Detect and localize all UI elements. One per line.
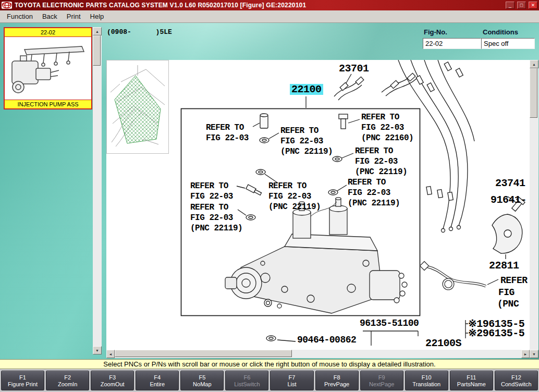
refer-annotation-2: REFER TOFIG 22-03(PNC 22119) bbox=[280, 126, 333, 157]
fkey-f2[interactable]: F2ZoomIn bbox=[46, 371, 89, 390]
close-icon: ✕ bbox=[531, 3, 535, 8]
thumbnail-card[interactable]: 22-02 INJECTION PUMP AS bbox=[4, 27, 92, 109]
part-label-90464-00862[interactable]: 90464-00862 bbox=[297, 335, 356, 345]
menu-bar: FunctionBackPrintHelp bbox=[0, 10, 539, 23]
toyota-logo-icon bbox=[2, 2, 12, 9]
refer-annotation-7: REFER TOFIG 22-03(PNC 22119) bbox=[348, 177, 400, 209]
part-label-22100[interactable]: 22100 bbox=[290, 84, 323, 95]
fkey-f1[interactable]: F1Figure Print bbox=[1, 371, 44, 390]
refer-annotation-3: REFER TOFIG 22-03(PNC 22160) bbox=[361, 112, 413, 143]
arrow-up-icon: ▲ bbox=[95, 30, 99, 33]
fkey-f3[interactable]: F3ZoomOut bbox=[91, 371, 134, 390]
hscroll-track[interactable] bbox=[115, 350, 521, 358]
pipe-drawing bbox=[420, 262, 486, 289]
title-bar: TOYOTA ELECTRONIC PARTS CATALOG SYSTEM V… bbox=[0, 0, 539, 10]
fkey-f5[interactable]: F5NoMap bbox=[180, 371, 224, 390]
thumbnail-scrollbar[interactable]: ▲ ▼ bbox=[93, 27, 102, 354]
part-label-22100S[interactable]: 22100S bbox=[425, 338, 461, 349]
part-label-23741[interactable]: 23741 bbox=[495, 178, 525, 189]
thumbnail-image bbox=[5, 37, 91, 100]
refer-annotation-4: REFER TOFIG 22-03(PNC 22119) bbox=[355, 146, 407, 177]
part-label-22811[interactable]: 22811 bbox=[489, 260, 519, 271]
window-title: TOYOTA ELECTRONIC PARTS CATALOG SYSTEM V… bbox=[15, 2, 503, 9]
function-key-bar: F1Figure PrintF2ZoomInF3ZoomOutF4EntireF… bbox=[0, 369, 539, 392]
part-label-23701[interactable]: 23701 bbox=[339, 63, 369, 74]
minimize-button[interactable]: _ bbox=[506, 2, 514, 9]
hscroll-left-button[interactable]: ◄ bbox=[106, 350, 115, 358]
refer-annotation-1: REFER TOFIG 22-03 bbox=[206, 123, 249, 143]
arrow-right-icon: ► bbox=[524, 352, 528, 356]
figure-vscrollbar[interactable]: ▲ ▼ bbox=[530, 60, 538, 358]
arrow-down-icon: ▼ bbox=[95, 349, 99, 352]
hscroll-right-button[interactable]: ► bbox=[521, 350, 530, 358]
menu-item-function[interactable]: Function bbox=[2, 11, 38, 21]
refer-annotation-8: REFER TOFIG 22-03(PNC 22119) bbox=[190, 202, 242, 234]
maximize-button[interactable]: □ bbox=[517, 2, 526, 9]
menu-item-back[interactable]: Back bbox=[38, 11, 62, 21]
workspace: 22-02 INJECTION PUMP AS bbox=[0, 23, 539, 359]
fig-no-label: Fig-No. bbox=[424, 28, 447, 36]
vscroll-thumb[interactable] bbox=[530, 68, 537, 118]
inset-map bbox=[107, 60, 169, 154]
fkey-f9[interactable]: F9NextPage bbox=[360, 371, 403, 390]
vscroll-track[interactable] bbox=[530, 68, 538, 350]
arrow-left-icon: ◄ bbox=[109, 352, 113, 356]
hscroll-thumb[interactable] bbox=[115, 350, 292, 357]
scroll-down-icon[interactable]: ▼ bbox=[93, 346, 102, 354]
fkey-f11[interactable]: F11PartsName bbox=[450, 371, 493, 390]
part-label-REFER[interactable]: REFER bbox=[500, 276, 528, 286]
fig-no-input[interactable] bbox=[423, 38, 481, 49]
app-window: TOYOTA ELECTRONIC PARTS CATALOG SYSTEM V… bbox=[0, 0, 539, 392]
close-button[interactable]: ✕ bbox=[529, 2, 537, 9]
vscroll-up-button[interactable]: ▲ bbox=[530, 60, 538, 68]
thumbnail-scroll-thumb[interactable] bbox=[93, 35, 101, 66]
part-label-296135-5[interactable]: ※296135-5 bbox=[468, 328, 524, 339]
menu-item-print[interactable]: Print bbox=[62, 11, 85, 21]
figure-hscrollbar[interactable]: ◄ ► bbox=[106, 350, 530, 358]
arrow-up-icon: ▲ bbox=[532, 63, 536, 66]
figure-canvas[interactable]: 23701221002374191641-22811REFERFIG(PNC96… bbox=[106, 60, 530, 350]
fkey-f6[interactable]: F6ListSwitch bbox=[225, 371, 268, 390]
fkey-f12[interactable]: F12CondSwitch bbox=[495, 371, 538, 390]
arrow-down-icon: ▼ bbox=[532, 352, 536, 356]
vscroll-down-button[interactable]: ▼ bbox=[530, 350, 538, 358]
part-label-PNC[interactable]: (PNC bbox=[497, 299, 519, 309]
part-label-91641-[interactable]: 91641- bbox=[491, 194, 526, 205]
thumbnail-fig-no: 22-02 bbox=[5, 28, 91, 37]
part-label-96135-51100[interactable]: 96135-51100 bbox=[360, 318, 419, 328]
fkey-f10[interactable]: F10Translation bbox=[405, 371, 448, 390]
minimize-icon: _ bbox=[509, 3, 511, 8]
thumbnail-scroll-track[interactable] bbox=[93, 35, 102, 346]
fkey-f7[interactable]: F7List bbox=[270, 371, 313, 390]
fkey-f4[interactable]: F4Entire bbox=[136, 371, 179, 390]
refer-annotation-5: REFER TOFIG 22-03 bbox=[190, 181, 233, 202]
conditions-label: Conditions bbox=[483, 28, 518, 36]
status-bar: Select PNCs or P/Ns with scroll bar or m… bbox=[0, 359, 539, 369]
conditions-input[interactable] bbox=[481, 38, 535, 49]
fkey-f8[interactable]: F8PrevPage bbox=[315, 371, 359, 390]
menu-item-help[interactable]: Help bbox=[85, 11, 109, 21]
maximize-icon: □ bbox=[520, 3, 523, 8]
scroll-up-icon[interactable]: ▲ bbox=[93, 27, 102, 35]
status-message: Select PNCs or P/Ns with scroll bar or m… bbox=[103, 360, 435, 368]
part-label-FIG[interactable]: FIG bbox=[498, 288, 514, 298]
range-code: (0908- )5LE bbox=[107, 28, 172, 36]
thumbnail-caption: INJECTION PUMP ASS bbox=[5, 100, 91, 108]
refer-annotation-6: REFER TOFIG 22-03(PNC 22119) bbox=[268, 181, 321, 212]
